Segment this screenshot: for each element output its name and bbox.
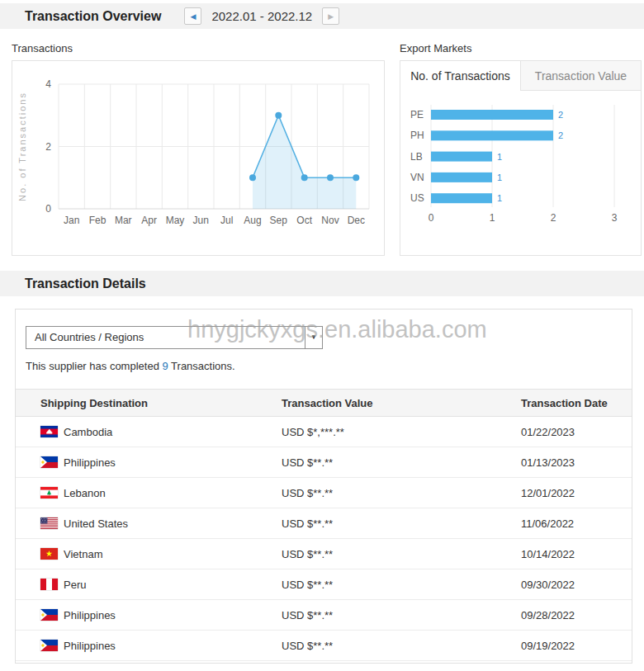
cell-shipping-destination: Philippines [16,447,257,478]
table-row: PhilippinesUSD $**.**01/13/2023 [16,447,632,478]
table-row: PhilippinesUSD $**.**09/28/2022 [16,600,632,631]
svg-text:Sep: Sep [270,215,288,226]
svg-text:3: 3 [612,212,618,224]
svg-text:Dec: Dec [348,215,365,226]
export-markets-title: Export Markets [400,42,642,54]
table-row: PhilippinesUSD $**.**09/19/2022 [16,631,632,661]
cell-transaction-date: 09/19/2022 [496,631,632,661]
cell-transaction-date: 12/01/2022 [496,478,632,508]
cell-shipping-destination: Lebanon [16,478,257,508]
cell-shipping-destination: Vietnam [16,539,257,569]
export-markets-bar-chart: 0123PE2PH2LB1VN1US1 [400,91,641,255]
transaction-details-title: Transaction Details [25,276,146,291]
col-transaction-date: Transaction Date [496,390,632,417]
cell-transaction-date: 09/30/2022 [496,569,632,600]
export-markets-section: Export Markets No. of Transactions Trans… [400,42,642,256]
flag-lb-icon [40,487,58,499]
transactions-chart-section: Transactions 024JanFebMarAprMayJunJulAug… [12,42,385,256]
flag-us-icon [40,517,58,529]
svg-text:1: 1 [490,212,495,224]
page-title: Transaction Overview [25,9,161,24]
transactions-table: Shipping Destination Transaction Value T… [16,389,632,661]
svg-text:May: May [166,215,185,226]
transactions-chart-panel: 024JanFebMarAprMayJunJulAugSepOctNovDecN… [12,60,385,256]
svg-text:Jul: Jul [220,215,233,226]
svg-text:1: 1 [497,172,502,182]
flag-ph-icon [40,609,58,621]
charts-row: Transactions 024JanFebMarAprMayJunJulAug… [0,29,644,256]
cell-shipping-destination: Philippines [16,600,257,631]
country-name: Peru [64,579,86,591]
svg-text:2: 2 [551,212,556,224]
svg-text:VN: VN [410,172,424,183]
country-name: Cambodia [64,426,112,438]
svg-text:0: 0 [45,203,51,215]
country-name: Philippines [64,456,116,469]
table-row: United StatesUSD $**.**11/06/2022 [16,508,632,539]
summary-count: 9 [162,360,168,372]
transaction-details-panel: hnygjckyxgs.en.alibaba.com All Countries… [15,309,632,664]
transaction-details-bar: Transaction Details [0,271,644,296]
summary-text: This supplier has completed 9 Transactio… [26,360,632,372]
col-shipping-destination: Shipping Destination [16,390,257,417]
cell-transaction-date: 01/22/2023 [496,417,632,447]
svg-text:Feb: Feb [89,215,107,226]
svg-text:Jun: Jun [193,215,209,226]
chevron-left-icon: ◀ [190,12,196,21]
svg-text:US: US [410,192,424,204]
svg-text:2: 2 [558,110,563,120]
cell-shipping-destination: United States [16,508,257,539]
svg-text:Apr: Apr [141,215,157,226]
svg-text:0: 0 [429,212,434,224]
cell-shipping-destination: Cambodia [16,417,257,447]
svg-text:2: 2 [45,141,51,153]
cell-transaction-value: USD $**.** [257,539,496,569]
cell-transaction-value: USD $*,***.** [257,417,496,447]
svg-text:1: 1 [497,152,502,162]
export-markets-tabs: No. of Transactions Transaction Value [400,61,641,91]
chevron-right-icon: ▶ [328,12,334,21]
svg-text:PH: PH [410,130,424,141]
transaction-overview-bar: Transaction Overview ◀ 2022.01 - 2022.12… [0,3,644,29]
transactions-chart-title: Transactions [12,42,385,54]
next-period-button[interactable]: ▶ [322,7,339,25]
country-name: Philippines [64,609,116,621]
cell-transaction-date: 10/14/2022 [496,539,632,569]
country-filter-select[interactable]: All Countries / Regions ▼ [26,326,323,349]
cell-transaction-value: USD $**.** [257,478,496,508]
prev-period-button[interactable]: ◀ [184,7,201,25]
flag-vn-icon [40,548,58,560]
table-row: PeruUSD $**.**09/30/2022 [16,569,632,600]
svg-text:Mar: Mar [115,215,132,226]
svg-text:1: 1 [497,193,502,203]
cell-transaction-value: USD $**.** [257,631,496,661]
svg-text:4: 4 [45,78,51,90]
export-markets-panel: No. of Transactions Transaction Value 01… [400,60,642,256]
cell-transaction-date: 09/28/2022 [496,600,632,631]
svg-text:No. of Transactions: No. of Transactions [17,92,27,201]
col-transaction-value: Transaction Value [257,390,496,417]
tab-no-of-transactions[interactable]: No. of Transactions [400,61,520,91]
cell-transaction-value: USD $**.** [257,569,496,600]
summary-prefix: This supplier has completed [26,360,162,372]
flag-ph-icon [40,456,58,468]
flag-kh-icon [40,426,58,437]
cell-transaction-date: 01/13/2023 [496,447,632,478]
cell-transaction-value: USD $**.** [257,600,496,631]
date-range-navigator: ◀ 2022.01 - 2022.12 ▶ [184,7,339,25]
tab-transaction-value[interactable]: Transaction Value [520,61,641,91]
cell-shipping-destination: Philippines [16,631,257,661]
country-filter-value: All Countries / Regions [35,331,144,343]
table-row: VietnamUSD $**.**10/14/2022 [16,539,632,569]
table-row: CambodiaUSD $*,***.**01/22/2023 [16,417,632,447]
table-row: LebanonUSD $**.**12/01/2022 [16,478,632,508]
svg-text:Oct: Oct [296,215,312,226]
dropdown-arrow-icon[interactable]: ▼ [305,327,322,348]
cell-shipping-destination: Peru [16,569,257,600]
summary-suffix: Transactions. [168,360,235,372]
country-name: United States [64,517,128,530]
svg-text:Nov: Nov [321,215,339,226]
svg-text:PE: PE [410,109,424,120]
svg-text:2: 2 [558,130,563,140]
flag-ph-icon [40,640,58,651]
